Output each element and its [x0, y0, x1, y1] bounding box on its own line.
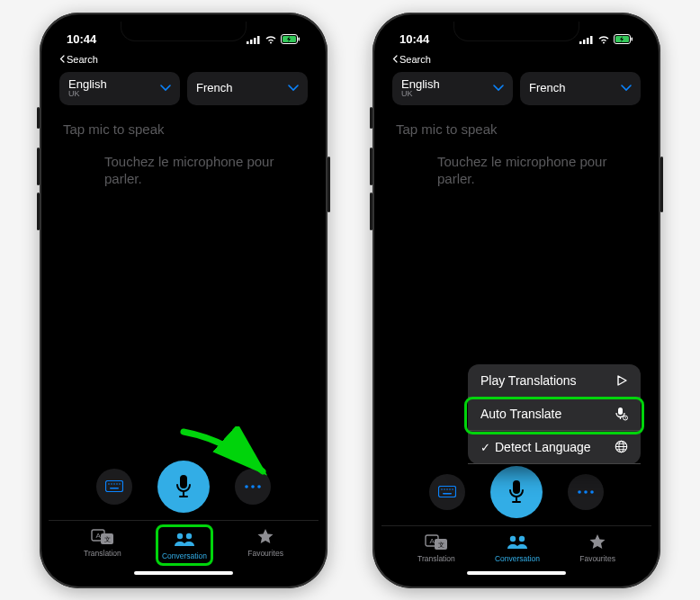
- svg-text:文: 文: [104, 536, 111, 542]
- tab-translation[interactable]: A文 Translation: [414, 530, 459, 566]
- status-right: [247, 34, 301, 44]
- svg-rect-6: [299, 38, 301, 41]
- tab-favourites[interactable]: Favourites: [244, 524, 287, 566]
- translation-icon: A文: [91, 528, 114, 546]
- svg-point-17: [245, 485, 248, 488]
- svg-rect-29: [590, 36, 593, 44]
- svg-rect-33: [618, 407, 623, 415]
- svg-rect-1: [250, 40, 253, 44]
- more-button[interactable]: [568, 474, 604, 510]
- prompt-source: Tap mic to speak: [396, 121, 637, 137]
- svg-rect-26: [579, 41, 582, 44]
- svg-point-8: [108, 483, 110, 485]
- language-target[interactable]: French: [187, 72, 308, 105]
- keyboard-button[interactable]: [96, 469, 132, 505]
- prompt-target: Touchez le microphone pour parler.: [396, 153, 637, 188]
- chevron-left-icon: [59, 55, 65, 63]
- svg-rect-13: [110, 488, 119, 489]
- prompt-source: Tap mic to speak: [63, 121, 304, 137]
- mic-auto-icon: [614, 407, 628, 421]
- svg-rect-14: [180, 475, 187, 488]
- controls: [381, 461, 651, 525]
- svg-rect-48: [513, 480, 520, 494]
- svg-rect-0: [247, 41, 249, 44]
- status-right: [579, 34, 633, 44]
- svg-point-58: [510, 535, 516, 541]
- mic-button[interactable]: [157, 461, 210, 513]
- svg-point-12: [119, 483, 121, 485]
- chevron-down-icon: [493, 85, 504, 92]
- back-search[interactable]: Search: [381, 54, 651, 67]
- tab-translation[interactable]: A文 Translation: [80, 524, 125, 566]
- mic-icon: [507, 479, 526, 505]
- tab-conversation[interactable]: Conversation: [491, 530, 543, 566]
- mic-icon: [174, 474, 193, 499]
- svg-text:A: A: [429, 537, 435, 545]
- language-row: English UK French: [381, 67, 651, 114]
- more-button[interactable]: [235, 469, 271, 505]
- wifi-icon: [597, 35, 610, 44]
- play-icon: [615, 374, 628, 387]
- conversation-icon: [173, 532, 196, 548]
- check-icon: ✓: [480, 441, 490, 454]
- svg-rect-41: [439, 487, 456, 497]
- menu-auto-translate[interactable]: Auto Translate: [468, 398, 641, 431]
- svg-rect-32: [632, 38, 633, 41]
- tab-conversation[interactable]: Conversation: [156, 524, 213, 566]
- menu-detect-language[interactable]: ✓Detect Language: [468, 431, 641, 464]
- translation-icon: A文: [425, 533, 448, 551]
- tab-bar: A文 Translation Conversation Favourites: [381, 525, 651, 571]
- svg-text:A: A: [95, 532, 101, 540]
- chevron-down-icon: [160, 85, 171, 92]
- star-icon: [256, 528, 274, 546]
- svg-point-45: [449, 488, 451, 490]
- prompt-area: Tap mic to speak Touchez le microphone p…: [49, 114, 319, 195]
- language-source[interactable]: English UK: [392, 72, 513, 105]
- mic-button[interactable]: [490, 466, 543, 518]
- svg-point-10: [113, 483, 115, 485]
- signal-icon: [579, 35, 594, 44]
- more-icon: [578, 490, 594, 494]
- wifi-icon: [265, 35, 277, 44]
- prompt-area: Tap mic to speak Touchez le microphone p…: [381, 114, 651, 195]
- chevron-down-icon: [288, 85, 299, 92]
- back-search[interactable]: Search: [49, 54, 319, 67]
- svg-point-53: [590, 490, 594, 494]
- home-indicator[interactable]: [134, 571, 233, 575]
- svg-point-11: [116, 483, 118, 485]
- signal-icon: [247, 35, 261, 44]
- svg-point-25: [186, 533, 192, 538]
- svg-point-43: [444, 488, 445, 490]
- svg-rect-3: [257, 36, 260, 44]
- svg-rect-27: [583, 40, 586, 44]
- menu-play-translations[interactable]: Play Translations: [468, 364, 641, 398]
- svg-text:文: 文: [438, 542, 444, 548]
- language-target[interactable]: French: [520, 72, 641, 105]
- controls: [49, 455, 319, 520]
- battery-icon: [281, 34, 301, 44]
- svg-rect-2: [254, 38, 256, 44]
- svg-point-52: [584, 490, 588, 494]
- tab-bar: A文 Translation Conversation Favourites: [49, 520, 319, 571]
- star-icon: [588, 533, 606, 551]
- svg-point-18: [251, 485, 255, 488]
- tab-favourites[interactable]: Favourites: [576, 530, 619, 566]
- svg-point-24: [177, 533, 183, 538]
- language-source[interactable]: English UK: [59, 72, 180, 105]
- language-row: English UK French: [49, 67, 319, 114]
- status-time: 10:44: [67, 32, 96, 46]
- screen: 10:44 Search English UK French: [49, 22, 319, 579]
- svg-rect-28: [587, 38, 589, 44]
- battery-icon: [614, 34, 633, 44]
- status-time: 10:44: [399, 32, 429, 46]
- chevron-left-icon: [392, 55, 398, 63]
- svg-point-44: [446, 488, 448, 490]
- globe-icon: [615, 440, 628, 453]
- keyboard-button[interactable]: [429, 474, 465, 510]
- svg-rect-7: [106, 481, 123, 492]
- more-menu: Play Translations Auto Translate ✓Detect…: [468, 364, 641, 464]
- home-indicator[interactable]: [467, 571, 566, 575]
- more-icon: [245, 485, 261, 488]
- svg-point-19: [257, 485, 261, 488]
- keyboard-icon: [105, 480, 123, 492]
